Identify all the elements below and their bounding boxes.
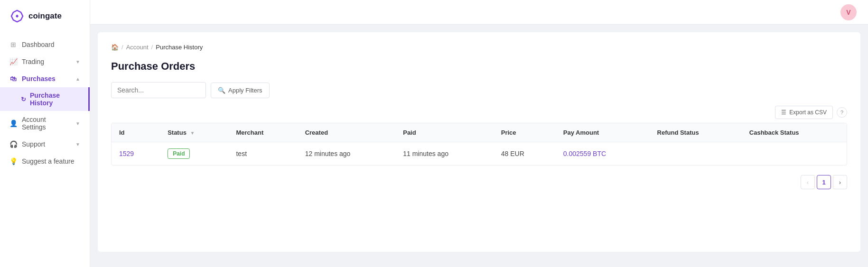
pagination-prev-button[interactable]: ‹ [801, 175, 815, 189]
cell-id: 1529 [112, 142, 160, 166]
chevron-down-icon-support: ▼ [75, 142, 80, 147]
sidebar-item-trading[interactable]: 📈 Trading ▼ [0, 53, 90, 70]
order-id-link[interactable]: 1529 [119, 150, 134, 157]
orders-table-wrap: Id Status ▼ Merchant Created [111, 123, 847, 166]
status-badge: Paid [168, 148, 190, 159]
col-paid: Paid [395, 123, 494, 142]
orders-table: Id Status ▼ Merchant Created [112, 123, 847, 165]
home-icon[interactable]: 🏠 [111, 44, 119, 51]
breadcrumb: 🏠 / Account / Purchase History [111, 44, 847, 51]
col-merchant: Merchant [228, 123, 297, 142]
chevron-left-icon: ‹ [807, 179, 809, 186]
filters-row: 🔍 Apply Filters [111, 82, 847, 98]
main-area: V 🏠 / Account / Purchase History Purchas… [90, 0, 868, 267]
content-area: 🏠 / Account / Purchase History Purchase … [90, 25, 868, 267]
chevron-up-icon: ▲ [75, 76, 80, 82]
sidebar: coingate ⊞ Dashboard 📈 Trading ▼ 🛍 Purch… [0, 0, 90, 267]
chevron-right-icon: › [839, 179, 841, 186]
cell-merchant: test [228, 142, 297, 166]
chevron-down-icon-acct: ▼ [75, 121, 80, 126]
content-inner: 🏠 / Account / Purchase History Purchase … [98, 32, 860, 252]
cell-status: Paid [160, 142, 228, 166]
cell-cashback-status [742, 142, 847, 166]
coingate-logo-icon [9, 9, 25, 24]
table-header-row: Id Status ▼ Merchant Created [112, 123, 847, 142]
lightbulb-icon: 💡 [9, 157, 17, 165]
table-toolbar: ☰ Export as CSV ? [111, 106, 847, 119]
breadcrumb-account[interactable]: Account [126, 44, 149, 51]
cell-price: 48 EUR [494, 142, 556, 166]
breadcrumb-current: Purchase History [156, 44, 203, 51]
user-icon: 👤 [9, 120, 17, 127]
sidebar-navigation: ⊞ Dashboard 📈 Trading ▼ 🛍 Purchases ▲ ↻ … [0, 32, 90, 267]
sidebar-item-account-settings-label: Account Settings [22, 116, 71, 131]
help-button[interactable]: ? [837, 107, 847, 118]
search-input[interactable] [111, 82, 206, 98]
apply-filters-button[interactable]: 🔍 Apply Filters [211, 83, 270, 98]
apply-filters-label: Apply Filters [228, 87, 262, 94]
sidebar-item-dashboard-label: Dashboard [22, 41, 55, 48]
table-row: 1529 Paid test 12 minutes ago 11 minutes… [112, 142, 847, 166]
sidebar-item-purchases[interactable]: 🛍 Purchases ▲ [0, 70, 90, 87]
sidebar-item-suggest-label: Suggest a feature [22, 157, 75, 165]
cell-created: 12 minutes ago [298, 142, 396, 166]
sort-icon-status: ▼ [190, 130, 195, 136]
grid-icon: ⊞ [9, 41, 17, 48]
table-body: 1529 Paid test 12 minutes ago 11 minutes… [112, 142, 847, 166]
col-id[interactable]: Id [112, 123, 160, 142]
pagination-page-1-button[interactable]: 1 [817, 175, 831, 189]
sidebar-item-support-label: Support [22, 140, 45, 148]
cell-pay-amount: 0.002559 BTC [556, 142, 650, 166]
sidebar-item-dashboard[interactable]: ⊞ Dashboard [0, 36, 90, 53]
col-status[interactable]: Status ▼ [160, 123, 228, 142]
cell-refund-status [650, 142, 742, 166]
col-cashback-status: Cashback Status [742, 123, 847, 142]
sidebar-item-purchase-history[interactable]: ↻ Purchase History [0, 87, 90, 111]
col-refund-status: Refund Status [650, 123, 742, 142]
col-pay-amount: Pay Amount [556, 123, 650, 142]
sidebar-item-purchase-history-label: Purchase History [30, 92, 79, 107]
logo[interactable]: coingate [0, 0, 90, 32]
page-title: Purchase Orders [111, 60, 847, 73]
col-price: Price [494, 123, 556, 142]
sidebar-item-purchases-label: Purchases [22, 75, 56, 83]
topbar: V [90, 0, 868, 25]
sidebar-item-trading-label: Trading [22, 58, 44, 65]
col-created: Created [298, 123, 396, 142]
sidebar-item-support[interactable]: 🎧 Support ▼ [0, 136, 90, 153]
chevron-down-icon: ▼ [75, 59, 80, 64]
export-csv-button[interactable]: ☰ Export as CSV [775, 106, 833, 119]
logo-text: coingate [28, 11, 62, 21]
refresh-icon: ↻ [21, 96, 26, 103]
user-avatar[interactable]: V [840, 4, 857, 20]
chart-icon: 📈 [9, 58, 17, 65]
pagination-next-button[interactable]: › [833, 175, 847, 189]
sidebar-item-account-settings[interactable]: 👤 Account Settings ▼ [0, 111, 90, 136]
pagination: ‹ 1 › [111, 175, 847, 189]
export-icon: ☰ [781, 109, 786, 116]
cell-paid: 11 minutes ago [395, 142, 494, 166]
bag-icon: 🛍 [9, 75, 17, 83]
headset-icon: 🎧 [9, 140, 17, 148]
sidebar-item-suggest[interactable]: 💡 Suggest a feature [0, 153, 90, 170]
export-csv-label: Export as CSV [789, 109, 827, 116]
search-filter-icon: 🔍 [218, 87, 225, 94]
